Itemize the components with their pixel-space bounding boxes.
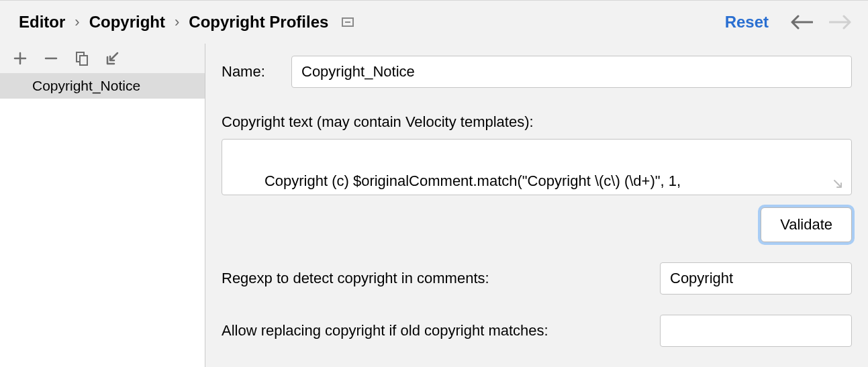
nav-arrows xyxy=(790,15,852,30)
arrow-left-icon xyxy=(790,15,813,30)
breadcrumb-item-copyright-profiles: Copyright Profiles xyxy=(189,13,328,32)
regexp-input[interactable] xyxy=(660,262,852,295)
copyright-text-label: Copyright text (may contain Velocity tem… xyxy=(222,113,852,131)
soft-wrap-icon xyxy=(791,149,845,195)
name-label: Name: xyxy=(222,63,274,81)
regexp-row: Regexp to detect copyright in comments: xyxy=(222,262,852,295)
soft-wrap-icon xyxy=(228,174,281,195)
plus-icon xyxy=(13,52,27,65)
minus-icon xyxy=(44,52,58,65)
copy-icon xyxy=(75,51,89,66)
allow-input[interactable] xyxy=(660,315,852,347)
body: Copyright_Notice Name: Copyright text (m… xyxy=(0,44,868,367)
breadcrumb-item-copyright[interactable]: Copyright xyxy=(89,13,165,32)
import-icon xyxy=(105,51,120,66)
profile-list: Copyright_Notice xyxy=(0,73,205,367)
import-button[interactable] xyxy=(105,50,121,66)
validate-row: Validate xyxy=(222,207,852,242)
allow-label: Allow replacing copyright if old copyrig… xyxy=(222,322,548,339)
reset-button[interactable]: Reset xyxy=(725,13,769,32)
arrow-right-icon xyxy=(829,15,852,30)
back-button[interactable] xyxy=(790,15,813,30)
breadcrumb-item-editor[interactable]: Editor xyxy=(19,13,65,32)
chevron-right-icon: › xyxy=(75,13,79,31)
profile-form: Name: Copyright text (may contain Veloci… xyxy=(205,44,868,367)
breadcrumb: Editor › Copyright › Copyright Profiles xyxy=(19,13,714,32)
add-button[interactable] xyxy=(12,50,28,66)
regexp-label: Regexp to detect copyright in comments: xyxy=(222,270,489,287)
copy-button[interactable] xyxy=(74,50,90,66)
allow-row: Allow replacing copyright if old copyrig… xyxy=(222,315,852,347)
profile-toolbar xyxy=(0,44,205,73)
remove-button[interactable] xyxy=(43,50,59,66)
expand-settings-icon[interactable] xyxy=(342,17,354,27)
svg-rect-1 xyxy=(80,56,87,65)
settings-panel: Editor › Copyright › Copyright Profiles … xyxy=(0,0,868,367)
profile-list-item[interactable]: Copyright_Notice xyxy=(0,73,205,99)
copyright-text-area[interactable]: Copyright (c) $originalComment.match("Co… xyxy=(222,139,852,195)
forward-button xyxy=(829,15,852,30)
copyright-text-content: Copyright (c) $originalComment.match("Co… xyxy=(232,172,681,195)
chevron-right-icon: › xyxy=(175,13,179,31)
name-input[interactable] xyxy=(291,56,852,88)
sidebar: Copyright_Notice xyxy=(0,44,205,367)
validate-button[interactable]: Validate xyxy=(761,207,852,242)
header-bar: Editor › Copyright › Copyright Profiles … xyxy=(0,1,868,44)
name-row: Name: xyxy=(222,56,852,88)
